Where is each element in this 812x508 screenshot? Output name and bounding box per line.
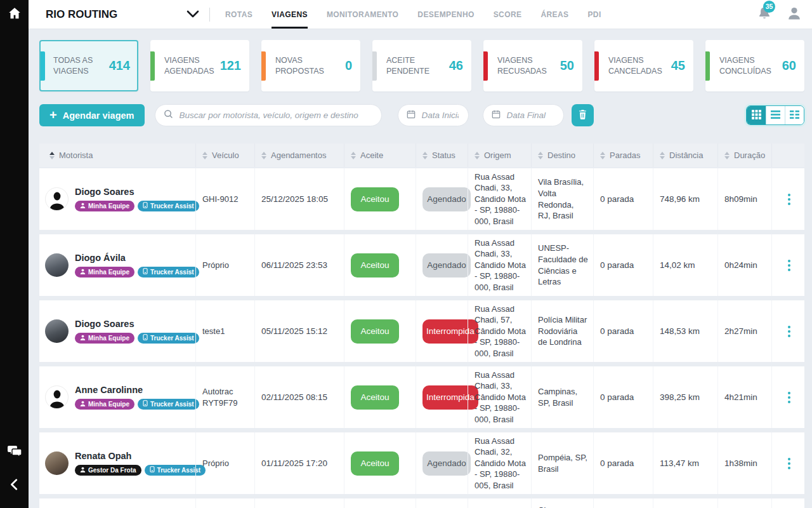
chat-button[interactable] — [7, 444, 22, 461]
tab-monitoramento[interactable]: MONITORAMENTO — [327, 0, 398, 29]
origin-cell: Rua Assad Chadi, 33, Cândido Mota - SP, … — [468, 366, 531, 428]
tab-rotas[interactable]: ROTAS — [225, 0, 252, 29]
list-view-icon — [771, 110, 780, 121]
column-label: Destino — [547, 150, 575, 160]
row-menu-button[interactable] — [778, 432, 799, 494]
column-header-duracao[interactable]: Duração — [717, 144, 771, 167]
search-input[interactable] — [178, 110, 373, 121]
column-header-status[interactable]: Status — [416, 144, 468, 167]
sort-icon — [49, 152, 55, 159]
card-value: 60 — [782, 58, 796, 73]
column-header-motorista[interactable]: Motorista — [39, 144, 195, 167]
card-value: 0 — [345, 58, 352, 73]
column-header-destino[interactable]: Destino — [531, 144, 593, 167]
table-row: Diogo SoaresMinha EquipeTrucker AssistGH… — [39, 168, 804, 230]
stops-value: 0 parada — [600, 458, 634, 468]
column-header-paradas[interactable]: Paradas — [593, 144, 653, 167]
table-row: Diogo ÁvilaMinha EquipeTrucker AssistPró… — [39, 234, 804, 296]
stat-card-viagens-concluidas[interactable]: VIAGENS CONCLUÍDAS60 — [705, 40, 804, 91]
stops-cell — [593, 498, 653, 508]
schedule-cell: 25/12/2025 18:05 — [254, 168, 344, 230]
notification-badge: 35 — [763, 1, 775, 13]
duration-value: 2h27min — [724, 326, 757, 336]
driver-badge-trucker-assist: Trucker Assist — [138, 399, 199, 410]
stat-card-viagens-recusadas[interactable]: VIAGENS RECUSADAS50 — [483, 40, 582, 91]
column-header-aceite[interactable]: Aceite — [344, 144, 416, 167]
stat-cards: TODAS AS VIAGENS414VIAGENS AGENDADAS121N… — [39, 40, 804, 91]
phone-icon — [143, 400, 148, 408]
row-menu-button[interactable] — [778, 300, 799, 362]
driver-avatar — [45, 319, 69, 343]
column-header-veiculo[interactable]: Veículo — [195, 144, 254, 167]
sidebar — [0, 0, 29, 508]
stops-cell: 0 parada — [593, 432, 653, 494]
tab-areas[interactable]: ÁREAS — [540, 0, 568, 29]
clear-filters-button[interactable] — [572, 104, 594, 126]
stat-card-aceite-pendente[interactable]: ACEITE PENDENTE46 — [372, 40, 471, 91]
card-label: VIAGENS CANCELADAS — [608, 55, 667, 77]
schedule-cell: 02/11/2025 08:15 — [254, 366, 344, 428]
tab-pdi[interactable]: PDI — [587, 0, 601, 29]
vehicle-value: Autotrac RYT9F79 — [202, 386, 249, 408]
vehicle-cell: GHI-9012 — [195, 168, 254, 230]
accept-status-pill: Aceitou — [351, 253, 399, 277]
card-view-button[interactable] — [785, 106, 804, 124]
table-view-button[interactable] — [747, 106, 766, 124]
column-header-agendamentos[interactable]: Agendamentos — [254, 144, 344, 167]
schedule-cell: 05/11/2025 15:12 — [254, 300, 344, 362]
table-body: Diogo SoaresMinha EquipeTrucker AssistGH… — [39, 168, 804, 508]
list-view-button[interactable] — [766, 106, 785, 124]
date-end-input[interactable] — [506, 110, 555, 121]
distance-value: 748,96 km — [660, 194, 700, 204]
brand-dropdown[interactable] — [187, 9, 199, 20]
stat-card-todas-as-viagens[interactable]: TODAS AS VIAGENS414 — [39, 40, 138, 91]
duration-value: 1h38min — [724, 458, 757, 468]
stops-value: 0 parada — [600, 260, 634, 270]
destination-cell: Pompéia, SP, Brasil — [531, 432, 593, 494]
status-cell: Agendado — [416, 234, 468, 296]
column-header-origem[interactable]: Origem — [468, 144, 531, 167]
status-cell: Interrompida — [416, 366, 468, 428]
stops-cell: 0 parada — [593, 168, 653, 230]
distance-cell: 14,02 km — [653, 234, 717, 296]
origin-value: Rua Assad Chadi, 32, Cândido Mota - SP, … — [475, 436, 526, 491]
duration-value: 8h09min — [724, 194, 757, 204]
distance-cell: 113,47 km — [653, 432, 717, 494]
accept-cell: Aceitou — [344, 432, 416, 494]
schedule-value: 25/12/2025 18:05 — [261, 194, 328, 204]
row-menu-button[interactable] — [778, 366, 799, 428]
distance-value: 148,53 km — [660, 326, 700, 336]
tab-viagens[interactable]: VIAGENS — [272, 0, 308, 29]
destination-cell: UNESP- Faculdade de Ciências e Letras — [531, 234, 593, 296]
tab-desempenho[interactable]: DESEMPENHO — [417, 0, 474, 29]
row-menu-button[interactable] — [778, 234, 799, 296]
home-button[interactable] — [0, 0, 29, 29]
notifications-button[interactable]: 35 — [757, 6, 771, 23]
chat-icon — [7, 444, 22, 461]
user-menu-button[interactable] — [787, 6, 802, 23]
calendar-icon — [492, 110, 501, 121]
stat-card-viagens-agendadas[interactable]: VIAGENS AGENDADAS121 — [150, 40, 249, 91]
card-value: 50 — [560, 58, 574, 73]
distance-value: 398,25 km — [660, 392, 700, 402]
date-start-input[interactable] — [421, 110, 460, 121]
row-menu-button[interactable] — [778, 168, 799, 230]
trip-status-pill: Agendado — [422, 253, 471, 277]
card-label: VIAGENS AGENDADAS — [164, 55, 220, 77]
column-header-distancia[interactable]: Distância — [653, 144, 717, 167]
collapse-button[interactable] — [8, 476, 22, 495]
schedule-trip-button[interactable]: + Agendar viagem — [39, 104, 145, 126]
sort-icon — [600, 152, 605, 159]
card-value: 45 — [671, 58, 685, 73]
accept-cell: Aceitou — [344, 300, 416, 362]
person-icon — [80, 203, 86, 210]
driver-name: Diogo Soares — [75, 319, 134, 329]
distance-value: 113,47 km — [660, 458, 699, 468]
stops-cell: 0 parada — [593, 234, 653, 296]
distance-cell: 748,96 km — [653, 168, 717, 230]
topbar: RIO ROUTING ROTASVIAGENSMONITORAMENTODES… — [29, 0, 812, 29]
driver-cell — [39, 498, 195, 508]
stat-card-viagens-canceladas[interactable]: VIAGENS CANCELADAS45 — [594, 40, 693, 91]
tab-score[interactable]: SCORE — [494, 0, 522, 29]
stat-card-novas-propostas[interactable]: NOVAS PROPOSTAS0 — [261, 40, 360, 91]
